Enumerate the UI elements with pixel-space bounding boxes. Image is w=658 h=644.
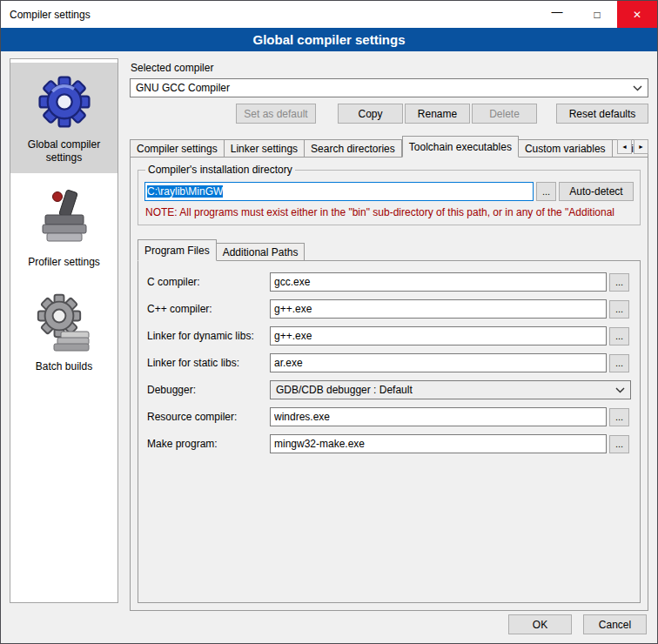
field-label: Debugger: [147, 384, 267, 396]
toolchain-executables-panel: Compiler's installation directory C:\ray… [130, 157, 648, 611]
selected-compiler-dropdown[interactable]: GNU GCC Compiler [130, 78, 648, 97]
tab-scroll-arrows: ◄ ► [617, 139, 648, 154]
c-compiler-input[interactable] [270, 272, 607, 292]
static-libs-linker-input[interactable] [270, 353, 607, 372]
close-icon: ✕ [633, 9, 641, 21]
copy-button[interactable]: Copy [338, 104, 403, 124]
maximize-button[interactable]: □ [577, 1, 617, 28]
program-files-panel: C compiler: ... C++ compiler: ... Linker… [138, 260, 641, 603]
field-row-c-compiler: C compiler: ... [147, 272, 631, 292]
chevron-down-icon [615, 387, 625, 393]
reset-defaults-button[interactable]: Reset defaults [556, 104, 648, 124]
installation-directory-value: C:\raylib\MinGW [147, 185, 223, 198]
sidebar-item-label: Batch builds [36, 360, 92, 373]
tab-program-files[interactable]: Program Files [138, 239, 217, 261]
field-label: C++ compiler: [147, 303, 267, 315]
field-row-debugger: Debugger: GDB/CDB debugger : Default [147, 380, 631, 399]
installation-directory-group-title: Compiler's installation directory [145, 164, 295, 176]
cpp-compiler-input[interactable] [270, 299, 607, 319]
tab-compiler-settings[interactable]: Compiler settings [130, 139, 225, 158]
tab-linker-settings[interactable]: Linker settings [225, 139, 305, 158]
browse-c-compiler-button[interactable]: ... [609, 273, 629, 292]
field-label: C compiler: [147, 276, 267, 288]
field-label: Make program: [147, 438, 267, 450]
installation-directory-group: Compiler's installation directory C:\ray… [138, 170, 641, 225]
ok-button[interactable]: OK [508, 614, 572, 634]
tab-scroll-right-button[interactable]: ► [634, 139, 648, 154]
sidebar-item-batch-builds[interactable]: Batch builds [10, 285, 118, 382]
browse-dynamic-linker-button[interactable]: ... [609, 327, 629, 345]
field-label: Resource compiler: [147, 411, 267, 423]
compiler-gear-icon [33, 70, 96, 134]
settings-tabbar: Compiler settings Linker settings Search… [130, 136, 648, 158]
field-row-cpp-compiler: C++ compiler: ... [147, 299, 631, 319]
selected-compiler-label: Selected compiler [131, 62, 648, 74]
tab-search-directories[interactable]: Search directories [305, 139, 402, 158]
profiler-tool-icon [37, 187, 92, 252]
rename-button[interactable]: Rename [405, 104, 470, 124]
field-row-make-program: Make program: ... [147, 434, 631, 453]
sidebar-item-profiler-settings[interactable]: Profiler settings [10, 180, 118, 278]
dynamic-libs-linker-input[interactable] [270, 326, 607, 345]
compiler-action-buttons: Set as default Copy Rename Delete Reset … [130, 104, 648, 124]
make-program-input[interactable] [270, 434, 607, 453]
global-compiler-settings-pane: Selected compiler GNU GCC Compiler Set a… [130, 58, 648, 611]
tab-custom-variables[interactable]: Custom variables [519, 139, 613, 158]
field-label: Linker for static libs: [147, 357, 267, 369]
auto-detect-button[interactable]: Auto-detect [559, 182, 634, 201]
browse-cpp-compiler-button[interactable]: ... [609, 300, 629, 319]
field-label: Linker for dynamic libs: [147, 330, 267, 342]
window-controls: — □ ✕ [537, 1, 657, 28]
browse-make-program-button[interactable]: ... [609, 435, 629, 453]
chevron-down-icon [633, 85, 642, 91]
sidebar-item-global-compiler-settings[interactable]: Global compiler settings [10, 63, 118, 173]
window-title: Compiler settings [1, 9, 91, 21]
selected-compiler-value: GNU GCC Compiler [136, 82, 628, 94]
titlebar: Compiler settings — □ ✕ [1, 1, 657, 28]
tab-toolchain-executables[interactable]: Toolchain executables [402, 136, 519, 158]
tab-additional-paths[interactable]: Additional Paths [217, 243, 306, 261]
set-as-default-button[interactable]: Set as default [236, 104, 316, 124]
dialog-header: Global compiler settings [1, 28, 657, 51]
installation-directory-input[interactable]: C:\raylib\MinGW [144, 182, 534, 201]
browse-resource-compiler-button[interactable]: ... [609, 408, 629, 426]
minimize-button[interactable]: — [537, 1, 577, 28]
resource-compiler-input[interactable] [270, 407, 607, 426]
dialog-footer: OK Cancel [1, 611, 657, 643]
dialog-content: Global compiler settings Profiler settin… [1, 51, 657, 611]
field-row-dynamic-linker: Linker for dynamic libs: ... [147, 326, 631, 345]
field-row-static-linker: Linker for static libs: ... [147, 353, 631, 372]
bin-subdirectory-note: NOTE: All programs must exist either in … [145, 206, 633, 218]
debugger-value: GDB/CDB debugger : Default [276, 384, 610, 396]
cancel-button[interactable]: Cancel [583, 614, 647, 634]
tab-scroll-left-button[interactable]: ◄ [617, 139, 632, 154]
settings-category-sidebar: Global compiler settings Profiler settin… [10, 58, 118, 603]
browse-directory-button[interactable]: ... [536, 182, 556, 201]
close-button[interactable]: ✕ [617, 1, 657, 28]
sidebar-item-label: Global compiler settings [12, 138, 116, 164]
minimize-icon: — [552, 5, 563, 18]
maximize-icon: □ [594, 9, 600, 21]
browse-static-linker-button[interactable]: ... [609, 354, 629, 372]
sidebar-item-label: Profiler settings [28, 256, 100, 269]
field-row-resource-compiler: Resource compiler: ... [147, 407, 631, 426]
debugger-dropdown[interactable]: GDB/CDB debugger : Default [270, 380, 631, 399]
program-files-tabbar: Program Files Additional Paths [138, 239, 641, 261]
delete-button[interactable]: Delete [472, 104, 537, 124]
installation-directory-row: C:\raylib\MinGW ... Auto-detect [144, 182, 634, 201]
compiler-settings-dialog: Compiler settings — □ ✕ Global compiler … [0, 0, 658, 644]
batch-builds-gear-icon [35, 292, 94, 356]
